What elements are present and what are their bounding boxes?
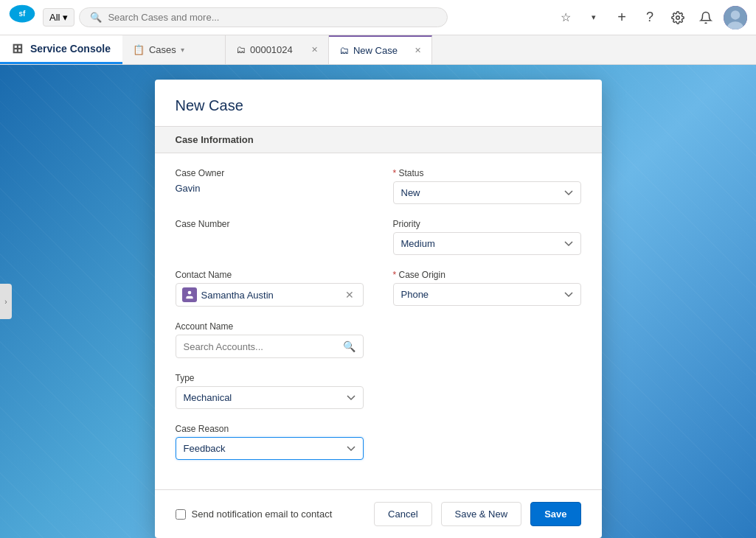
type-col: Type Mechanical Electrical Electronic St…: [176, 373, 364, 409]
contact-avatar-icon: [182, 287, 197, 302]
account-name-col: Account Name 🔍: [176, 321, 364, 358]
close-new-case-tab-icon[interactable]: ✕: [415, 46, 421, 55]
grid-icon: ⊞: [12, 41, 23, 57]
modal-header: New Case: [155, 80, 602, 126]
new-case-modal: New Case Case Information Case Owner Gav…: [155, 80, 602, 538]
contact-clear-icon[interactable]: ✕: [342, 289, 357, 301]
case-origin-label: Case Origin: [393, 270, 581, 280]
account-search-icon: 🔍: [343, 340, 356, 352]
settings-icon[interactable]: [667, 7, 688, 28]
case-origin-col: Case Origin Phone Email Web: [393, 270, 581, 307]
account-name-search-wrapper: 🔍: [176, 335, 364, 358]
case-reason-select[interactable]: Feedback User Education Documentation In…: [176, 437, 364, 460]
tab-cases[interactable]: 📋 Cases ▾: [122, 35, 226, 64]
favorites-dropdown-icon[interactable]: ▾: [583, 7, 604, 28]
case-number-value: [176, 232, 364, 247]
cancel-button[interactable]: Cancel: [374, 502, 431, 526]
form-row-3: Contact Name Samantha Austin ✕: [176, 270, 581, 307]
notification-checkbox[interactable]: [176, 509, 186, 520]
status-col: Status New Working Escalated Closed: [393, 168, 581, 204]
priority-col: Priority Low Medium High Critical: [393, 219, 581, 255]
user-avatar[interactable]: [724, 6, 747, 29]
empty-col-4: [393, 321, 581, 358]
nav-icons: ☆ ▾ + ?: [555, 6, 747, 29]
modal-footer: Send notification email to contact Cance…: [155, 489, 602, 538]
case-owner-col: Case Owner Gavin: [176, 168, 364, 204]
cases-tab-dropdown[interactable]: ▾: [181, 46, 184, 54]
app-label[interactable]: ⊞ Service Console: [0, 35, 122, 64]
form-row-6: Case Reason Feedback User Education Docu…: [176, 424, 581, 460]
tab-bar: ⊞ Service Console 📋 Cases ▾ 🗂 00001024 ✕…: [0, 35, 756, 65]
main-content: › New Case Case Information Case Owner G…: [0, 65, 756, 538]
empty-col-6: [393, 424, 581, 460]
add-icon[interactable]: +: [611, 7, 632, 28]
app-name: Service Console: [30, 43, 111, 55]
search-magnify-icon: 🔍: [90, 12, 102, 23]
case-owner-value: Gavin: [176, 181, 364, 195]
tab-00001024[interactable]: 🗂 00001024 ✕: [226, 35, 329, 64]
section-title: Case Information: [176, 134, 254, 145]
svg-text:sf: sf: [19, 10, 27, 18]
tab-new-case[interactable]: 🗂 New Case ✕: [329, 35, 432, 64]
form-row-4: Account Name 🔍: [176, 321, 581, 358]
case-number-col: Case Number: [176, 219, 364, 255]
priority-select[interactable]: Low Medium High Critical: [393, 232, 581, 255]
close-case-tab-icon[interactable]: ✕: [311, 45, 318, 55]
contact-name-col: Contact Name Samantha Austin ✕: [176, 270, 364, 307]
case-owner-label: Case Owner: [176, 168, 364, 178]
new-case-tab-icon: 🗂: [339, 45, 349, 56]
notification-label: Send notification email to contact: [192, 509, 333, 520]
svg-point-4: [731, 10, 740, 19]
save-and-new-button[interactable]: Save & New: [441, 502, 522, 526]
search-type-label: All: [49, 12, 60, 23]
status-select[interactable]: New Working Escalated Closed: [393, 181, 581, 204]
new-case-tab-label: New Case: [353, 45, 398, 56]
global-search-input[interactable]: [108, 12, 437, 23]
status-label: Status: [393, 168, 581, 178]
global-search-box: 🔍: [79, 7, 448, 27]
cases-tab-label: Cases: [149, 44, 176, 55]
notifications-icon[interactable]: [696, 7, 716, 28]
top-nav: sf All ▾ 🔍 ☆ ▾ + ?: [0, 0, 756, 35]
contact-name-label: Contact Name: [176, 270, 364, 280]
dropdown-chevron: ▾: [63, 12, 68, 23]
salesforce-logo[interactable]: sf: [9, 4, 35, 31]
contact-name-value: Samantha Austin: [201, 290, 274, 301]
search-type-dropdown[interactable]: All ▾: [43, 8, 74, 27]
cases-tab-icon: 📋: [133, 44, 145, 55]
type-label: Type: [176, 373, 364, 383]
type-select[interactable]: Mechanical Electrical Electronic Structu…: [176, 386, 364, 409]
modal-title: New Case: [176, 97, 581, 114]
form-body: Case Owner Gavin Status New Working Esca…: [155, 153, 602, 489]
case-tab-icon: 🗂: [236, 44, 246, 55]
form-row-2: Case Number Priority Low Medium High Cri…: [176, 219, 581, 255]
form-row-5: Type Mechanical Electrical Electronic St…: [176, 373, 581, 409]
help-icon[interactable]: ?: [639, 7, 660, 28]
case-tab-label: 00001024: [250, 44, 293, 55]
form-row-1: Case Owner Gavin Status New Working Esca…: [176, 168, 581, 204]
empty-col-5: [393, 373, 581, 409]
search-area: All ▾ 🔍: [43, 7, 548, 27]
account-name-input[interactable]: [184, 341, 343, 352]
contact-name-input-wrapper[interactable]: Samantha Austin ✕: [176, 283, 364, 307]
case-origin-select[interactable]: Phone Email Web: [393, 283, 581, 306]
favorites-icon[interactable]: ☆: [555, 7, 576, 28]
case-number-label: Case Number: [176, 219, 364, 229]
case-reason-label: Case Reason: [176, 424, 364, 434]
svg-point-2: [676, 15, 680, 19]
contact-pill: Samantha Austin: [182, 287, 342, 302]
priority-label: Priority: [393, 219, 581, 229]
svg-point-6: [187, 291, 191, 295]
side-panel-toggle[interactable]: ›: [0, 284, 12, 319]
section-header-case-info: Case Information: [155, 126, 602, 153]
notification-checkbox-area: Send notification email to contact: [176, 509, 366, 520]
case-reason-col: Case Reason Feedback User Education Docu…: [176, 424, 364, 460]
account-name-label: Account Name: [176, 321, 364, 332]
save-button[interactable]: Save: [530, 502, 580, 526]
